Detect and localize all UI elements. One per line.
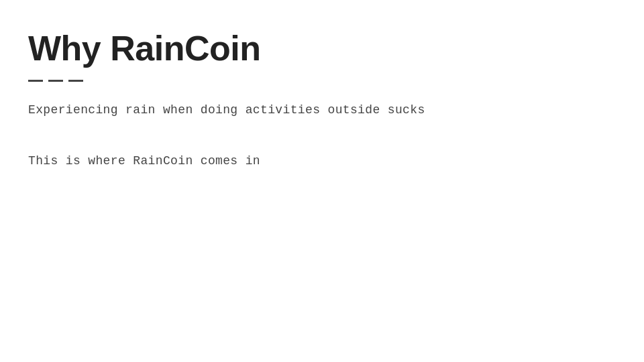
second-paragraph: This is where RainCoin comes in (28, 152, 616, 171)
divider (28, 78, 616, 82)
dash-2 (48, 80, 63, 82)
first-paragraph: Experiencing rain when doing activities … (28, 101, 616, 120)
dash-1 (28, 80, 43, 82)
dash-3 (68, 80, 83, 82)
page-title: Why RainCoin (28, 29, 616, 68)
page-container: Why RainCoin Experiencing rain when doin… (0, 0, 644, 200)
